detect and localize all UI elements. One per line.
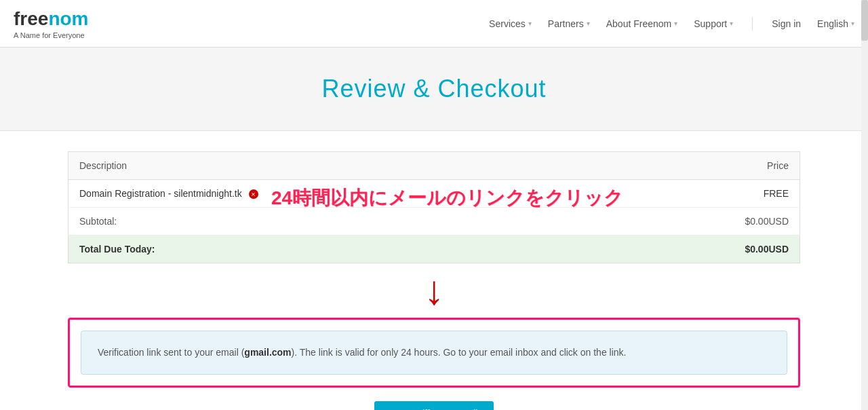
verification-wrapper: Verification link sent to your email (gm… <box>68 318 800 387</box>
domain-description: Domain Registration - silentmidnight.tk <box>68 180 620 208</box>
remove-icon[interactable] <box>249 189 258 199</box>
table-row: Domain Registration - silentmidnight.tk … <box>68 180 800 208</box>
signin-button[interactable]: Sign in <box>772 18 801 29</box>
nav-about[interactable]: About Freenom ▾ <box>606 18 678 29</box>
total-row: Total Due Today: $0.00USD <box>68 236 800 263</box>
verification-text-after: ). The link is valid for only 24 hours. … <box>292 347 627 358</box>
chevron-down-icon: ▾ <box>528 20 532 27</box>
language-selector[interactable]: English ▾ <box>817 18 854 29</box>
domain-price: FREE <box>619 180 800 208</box>
nav-support[interactable]: Support ▾ <box>694 18 733 29</box>
nav: Services ▾ Partners ▾ About Freenom ▾ Su… <box>489 17 854 31</box>
button-container: Enter Different Email <box>68 401 800 410</box>
subtotal-value: $0.00USD <box>619 208 800 236</box>
main-content: 24時間以内にメールのリンクをクリック Description Price Do… <box>47 151 821 410</box>
logo-nom: nom <box>48 8 88 29</box>
total-value: $0.00USD <box>619 236 800 263</box>
table-header-row: Description Price <box>68 152 800 180</box>
table-body: Domain Registration - silentmidnight.tk … <box>68 180 800 263</box>
scrollbar[interactable] <box>861 0 868 410</box>
chevron-down-icon: ▾ <box>674 20 677 27</box>
chevron-down-icon: ▾ <box>730 20 733 27</box>
scrollbar-thumb[interactable] <box>861 0 868 41</box>
arrow-container: ↓ <box>68 270 800 311</box>
hero-section: Review & Checkout <box>0 48 868 131</box>
verification-text-before: Verification link sent to your email ( <box>98 347 244 358</box>
col-price: Price <box>619 152 800 180</box>
checkout-table: Description Price Domain Registration - … <box>68 151 800 263</box>
nav-partners[interactable]: Partners ▾ <box>548 18 590 29</box>
logo-tagline: A Name for Everyone <box>14 31 88 39</box>
chevron-down-icon: ▾ <box>851 20 854 27</box>
header: freenom A Name for Everyone Services ▾ P… <box>0 0 868 48</box>
logo-free: free <box>14 8 48 29</box>
arrow-down-icon: ↓ <box>424 270 444 311</box>
table-header: Description Price <box>68 152 800 180</box>
chevron-down-icon: ▾ <box>587 20 590 27</box>
nav-divider <box>752 17 753 31</box>
logo[interactable]: freenom A Name for Everyone <box>14 8 88 39</box>
logo-text: freenom <box>14 8 88 30</box>
page-title: Review & Checkout <box>14 75 854 103</box>
total-label: Total Due Today: <box>68 236 620 263</box>
subtotal-row: Subtotal: $0.00USD <box>68 208 800 236</box>
checkout-table-wrapper: 24時間以内にメールのリンクをクリック Description Price Do… <box>68 151 800 263</box>
verification-box: Verification link sent to your email (gm… <box>81 331 787 374</box>
nav-services[interactable]: Services ▾ <box>489 18 532 29</box>
subtotal-label: Subtotal: <box>68 208 620 236</box>
col-description: Description <box>68 152 620 180</box>
verification-email: gmail.com <box>244 347 291 358</box>
enter-different-email-button[interactable]: Enter Different Email <box>374 401 494 410</box>
